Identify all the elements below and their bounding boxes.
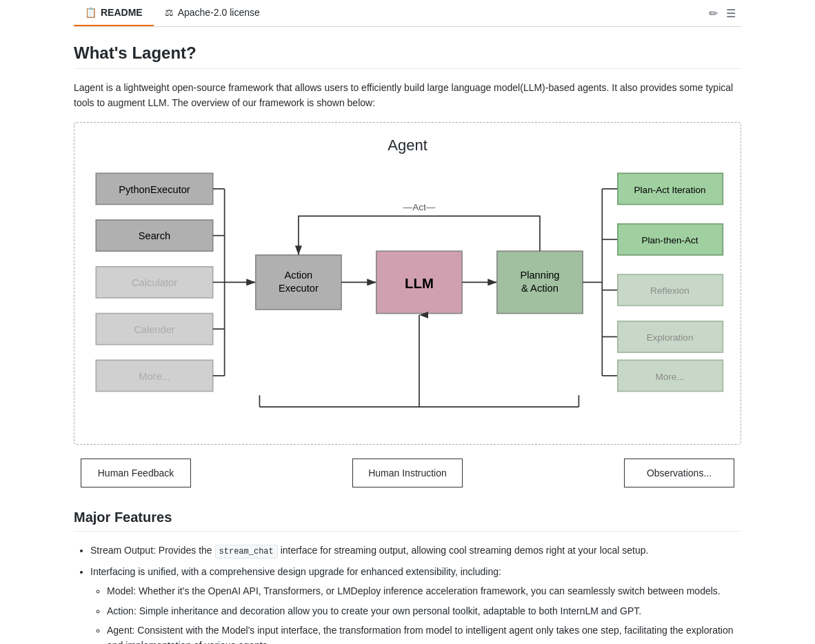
bottom-boxes: Human Feedback Human Instruction Observa… <box>74 459 741 487</box>
tab-list: 📋 README ⚖ Apache-2.0 license <box>74 0 271 26</box>
tab-readme-label: README <box>101 7 143 18</box>
calculator-label: Calculator <box>132 277 177 288</box>
planning-label1: Planning <box>520 270 559 281</box>
features-section: Major Features Stream Output: Provides t… <box>74 510 741 644</box>
plan-act-iteration-label: Plan-Act Iteration <box>634 184 706 194</box>
tab-bar: 📋 README ⚖ Apache-2.0 license ✏ ☰ <box>74 0 741 27</box>
search-label: Search <box>139 230 170 241</box>
subitem-agent-text: Agent: Consistent with the Model's input… <box>107 625 734 644</box>
llm-label: LLM <box>405 276 434 291</box>
tab-readme[interactable]: 📋 README <box>74 0 154 26</box>
page-title: What's Lagent? <box>74 43 741 69</box>
action-executor-label1: Action <box>285 270 313 281</box>
subitem-action-text: Action: Simple inheritance and decoratio… <box>107 605 641 616</box>
diagram-title: Agent <box>88 137 727 154</box>
list-button[interactable]: ☰ <box>726 7 736 20</box>
observations-label: Observations... <box>647 467 712 479</box>
act-label: —Act— <box>403 202 436 212</box>
human-instruction-label: Human Instruction <box>368 467 447 479</box>
edit-button[interactable]: ✏ <box>709 7 718 20</box>
feature-interfacing-subitems: Model: Whether it's the OpenAI API, Tran… <box>90 583 741 644</box>
feature-interfacing: Interfacing is unified, with a comprehen… <box>90 564 741 644</box>
subitem-model-text: Model: Whether it's the OpenAI API, Tran… <box>107 585 721 596</box>
calender-label: Calender <box>134 324 175 335</box>
planning-label2: & Action <box>521 283 559 294</box>
exploration-label: Exploration <box>647 332 694 343</box>
more-tools-label: More... <box>139 370 170 381</box>
features-list: Stream Output: Provides the stream_chat … <box>74 543 741 644</box>
observations-box: Observations... <box>624 459 734 487</box>
tab-license[interactable]: ⚖ Apache-2.0 license <box>154 0 271 26</box>
features-title: Major Features <box>74 510 741 532</box>
feature-interfacing-text: Interfacing is unified, with a comprehen… <box>90 566 501 577</box>
feature-stream-output: Stream Output: Provides the stream_chat … <box>90 543 741 559</box>
plan-then-act-label: Plan-then-Act <box>642 235 698 245</box>
reflexion-label: Reflexion <box>650 285 689 296</box>
subitem-agent: Agent: Consistent with the Model's input… <box>107 623 741 644</box>
readme-icon: 📋 <box>85 7 97 18</box>
act-arc <box>299 216 540 254</box>
action-executor-label2: Executor <box>279 283 319 294</box>
feature-stream-prefix: Stream Output: Provides the <box>90 545 215 556</box>
human-instruction-box: Human Instruction <box>352 459 463 487</box>
subitem-model: Model: Whether it's the OpenAI API, Tran… <box>107 583 741 598</box>
subitem-action: Action: Simple inheritance and decoratio… <box>107 603 741 618</box>
diagram-svg: PythonExecutor Search Calculator Calende… <box>88 165 727 430</box>
stream-chat-code: stream_chat <box>215 545 278 559</box>
more-strategies-label: More... <box>655 371 684 381</box>
tab-license-label: Apache-2.0 license <box>178 7 260 18</box>
license-icon: ⚖ <box>165 7 174 18</box>
tab-actions: ✏ ☰ <box>709 7 741 20</box>
diagram-container: Agent PythonExecutor Search Calculator C… <box>74 122 741 445</box>
feature-stream-suffix: interface for streaming output, allowing… <box>278 545 649 556</box>
intro-paragraph: Lagent is a lightweight open-source fram… <box>74 80 741 111</box>
human-feedback-box: Human Feedback <box>81 459 191 487</box>
python-executor-label: PythonExecutor <box>119 183 190 194</box>
human-feedback-label: Human Feedback <box>98 467 174 479</box>
main-content: What's Lagent? Lagent is a lightweight o… <box>74 27 741 644</box>
